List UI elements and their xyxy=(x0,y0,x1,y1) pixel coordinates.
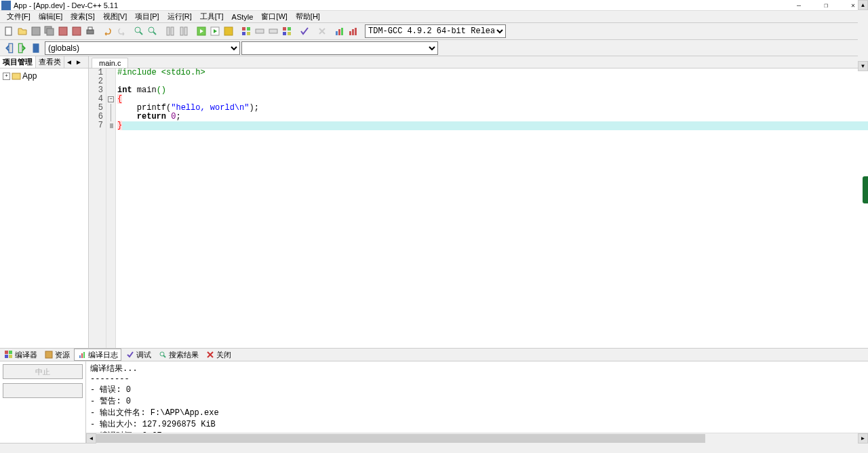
search-icon xyxy=(158,350,167,359)
svg-rect-27 xyxy=(283,32,286,35)
svg-rect-30 xyxy=(338,29,340,35)
menu-run[interactable]: 运行[R] xyxy=(163,12,196,22)
compiler-select[interactable]: TDM-GCC 4.9.2 64-bit Release xyxy=(365,24,506,38)
code-lines[interactable]: #include <stdio.h> int main() { printf("… xyxy=(116,68,868,348)
find-icon[interactable] xyxy=(133,25,145,37)
svg-rect-21 xyxy=(242,32,245,35)
svg-rect-13 xyxy=(171,27,174,35)
delete-icon[interactable] xyxy=(316,25,328,37)
print-icon[interactable] xyxy=(84,25,96,37)
check-icon xyxy=(125,350,135,359)
svg-rect-37 xyxy=(33,43,39,53)
member-select[interactable] xyxy=(241,41,438,55)
output-button-2[interactable] xyxy=(3,383,83,398)
scroll-thumb[interactable] xyxy=(96,434,705,443)
goto-bookmark-icon[interactable] xyxy=(178,25,190,37)
profile-icon[interactable] xyxy=(267,25,279,37)
svg-rect-39 xyxy=(5,351,8,354)
sidebar: 项目管理 查看类 ◄ ► + App xyxy=(0,56,89,348)
scroll-left-icon[interactable]: ◄ xyxy=(86,433,96,444)
tab-search-results[interactable]: 搜索结果 xyxy=(155,349,201,361)
svg-rect-22 xyxy=(247,32,250,35)
scroll-down-icon[interactable]: ▼ xyxy=(858,61,868,71)
file-tab-main[interactable]: main.c xyxy=(92,58,128,68)
close-file-icon[interactable] xyxy=(71,25,83,37)
svg-rect-33 xyxy=(352,29,354,35)
svg-rect-25 xyxy=(283,27,286,31)
tree-node-app[interactable]: + App xyxy=(3,71,85,81)
check-icon[interactable] xyxy=(298,25,311,37)
menu-astyle[interactable]: AStyle xyxy=(228,13,258,21)
compile-run-icon[interactable] xyxy=(222,25,235,37)
svg-rect-15 xyxy=(184,27,187,35)
run-icon[interactable] xyxy=(209,25,221,37)
open-icon[interactable] xyxy=(16,25,28,37)
save-all-icon[interactable] xyxy=(43,25,56,37)
expander-icon[interactable]: + xyxy=(3,73,10,80)
scroll-up-icon[interactable]: ▲ xyxy=(858,0,868,10)
tab-project[interactable]: 项目管理 xyxy=(0,56,36,68)
compile-icon[interactable] xyxy=(195,25,208,37)
debug-icon[interactable] xyxy=(254,25,266,37)
output-vscroll[interactable]: ▲ ▼ xyxy=(858,0,868,71)
svg-rect-26 xyxy=(288,27,291,31)
menu-project[interactable]: 项目[P] xyxy=(131,12,163,22)
tab-debug[interactable]: 调试 xyxy=(123,349,154,361)
forward-icon[interactable] xyxy=(16,42,28,54)
svg-rect-40 xyxy=(9,351,12,354)
svg-rect-1 xyxy=(32,27,40,35)
tab-scroll-left-icon[interactable]: ◄ xyxy=(64,58,74,66)
abort-button[interactable]: 中止 xyxy=(3,364,83,379)
svg-rect-42 xyxy=(9,355,12,358)
menu-help[interactable]: 帮助[H] xyxy=(292,12,324,22)
resource-icon xyxy=(44,350,54,359)
scroll-right-icon[interactable]: ► xyxy=(858,433,868,444)
scope-select[interactable]: (globals) xyxy=(45,41,240,55)
tab-close[interactable]: 关闭 xyxy=(203,349,234,361)
rebuild-icon[interactable] xyxy=(240,25,252,37)
back-icon[interactable] xyxy=(3,42,15,54)
minimize-button[interactable]: — xyxy=(785,1,812,10)
menu-window[interactable]: 窗口[W] xyxy=(257,12,292,22)
tab-compiler[interactable]: 编译器 xyxy=(1,349,40,361)
new-icon[interactable] xyxy=(3,25,15,37)
output-hscroll[interactable]: ◄ ► xyxy=(86,433,868,443)
menu-search[interactable]: 搜索[S] xyxy=(66,12,98,22)
project-name: App xyxy=(22,71,37,81)
toolbar-scope: (globals) xyxy=(0,40,868,56)
chart-icon[interactable] xyxy=(334,25,346,37)
save-icon[interactable] xyxy=(30,25,42,37)
bookmark-icon[interactable] xyxy=(30,42,42,54)
tab-resource[interactable]: 资源 xyxy=(41,349,73,361)
toggle-bookmark-icon[interactable] xyxy=(164,25,176,37)
maximize-button[interactable]: ❐ xyxy=(812,1,840,10)
menu-tools[interactable]: 工具[T] xyxy=(196,12,228,22)
svg-rect-45 xyxy=(81,353,83,358)
code-area[interactable]: 1 2 3 4 5 6 7 − #include <stdio.h> int m… xyxy=(89,68,868,348)
options-icon[interactable] xyxy=(281,25,293,37)
tab-scroll-right-icon[interactable]: ► xyxy=(74,58,83,66)
side-handle[interactable] xyxy=(863,176,868,203)
tab-class[interactable]: 查看类 xyxy=(36,56,64,68)
save-as-icon[interactable] xyxy=(57,25,69,37)
replace-icon[interactable] xyxy=(146,25,159,37)
svg-rect-14 xyxy=(180,27,183,35)
svg-rect-12 xyxy=(167,27,170,35)
svg-rect-19 xyxy=(242,27,245,31)
svg-rect-5 xyxy=(73,27,81,35)
app-icon xyxy=(1,1,11,10)
log-icon xyxy=(77,350,87,359)
redo-icon[interactable] xyxy=(115,25,127,37)
project-tree: + App xyxy=(0,68,88,348)
menu-edit[interactable]: 编辑[E] xyxy=(35,12,66,22)
menu-file[interactable]: 文件[F] xyxy=(3,12,35,22)
close-icon xyxy=(205,350,215,359)
tab-compile-log[interactable]: 编译日志 xyxy=(74,349,121,361)
undo-icon[interactable] xyxy=(102,25,114,37)
menu-view[interactable]: 视图[V] xyxy=(99,12,131,22)
svg-rect-31 xyxy=(341,28,343,35)
output-text[interactable]: 编译结果... -------- - 错误: 0 - 警告: 0 - 输出文件名… xyxy=(86,361,868,433)
chart-del-icon[interactable] xyxy=(347,25,359,37)
svg-line-11 xyxy=(153,32,156,35)
fold-toggle-icon[interactable]: − xyxy=(108,96,114,102)
